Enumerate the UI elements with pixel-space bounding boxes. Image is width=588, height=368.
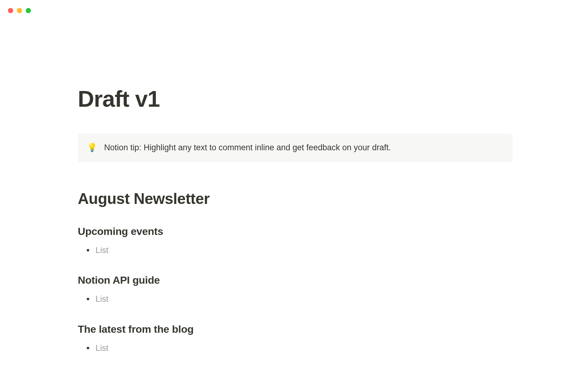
section-list: List [84, 293, 513, 305]
tip-callout[interactable]: 💡 Notion tip: Highlight any text to comm… [78, 133, 513, 162]
section-api-guide: Notion API guide List [78, 274, 513, 305]
close-window-button[interactable] [8, 8, 13, 13]
window-traffic-lights [8, 8, 31, 13]
minimize-window-button[interactable] [17, 8, 22, 13]
list-item[interactable]: List [84, 342, 513, 355]
list-item[interactable]: List [84, 244, 513, 257]
page-title[interactable]: Draft v1 [78, 86, 513, 112]
maximize-window-button[interactable] [26, 8, 31, 13]
heading-newsletter[interactable]: August Newsletter [78, 190, 513, 208]
section-heading[interactable]: The latest from the blog [78, 323, 513, 335]
list-item[interactable]: List [84, 293, 513, 305]
lightbulb-icon: 💡 [87, 144, 97, 152]
section-latest-blog: The latest from the blog List [78, 323, 513, 355]
section-list: List [84, 342, 513, 355]
section-heading[interactable]: Notion API guide [78, 274, 513, 286]
callout-text[interactable]: Notion tip: Highlight any text to commen… [104, 142, 391, 154]
section-heading[interactable]: Upcoming events [78, 225, 513, 237]
page-content[interactable]: Draft v1 💡 Notion tip: Highlight any tex… [78, 86, 513, 354]
section-list: List [84, 244, 513, 257]
section-upcoming-events: Upcoming events List [78, 225, 513, 257]
